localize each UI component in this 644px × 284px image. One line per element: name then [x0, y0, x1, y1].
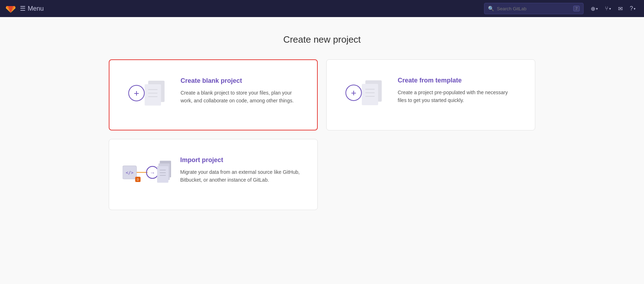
new-item-icon: ⊕ [591, 5, 595, 12]
new-item-button[interactable]: ⊕ ▾ [588, 3, 601, 14]
menu-label: Menu [28, 5, 44, 12]
import-project-title: Import project [180, 156, 300, 164]
import-project-card[interactable]: </> D → [109, 139, 318, 210]
merge-requests-button[interactable]: ⑂ ▾ [602, 3, 614, 14]
help-button[interactable]: ? ▾ [627, 3, 638, 14]
svg-text:</>: </> [126, 170, 134, 175]
search-shortcut: 7 [573, 6, 580, 11]
blank-project-card[interactable]: + Create blank project Create a blank pr… [109, 59, 318, 130]
template-project-icon: + [345, 77, 385, 109]
blank-project-icon: + [128, 77, 167, 109]
chevron-down-icon: ▾ [596, 7, 598, 11]
chevron-down-icon: ▾ [609, 7, 611, 11]
template-project-text: Create from template Create a project pr… [398, 77, 518, 105]
svg-rect-19 [157, 166, 168, 183]
svg-text:D: D [137, 178, 139, 181]
plus-circle-icon: + [128, 85, 145, 101]
blank-project-icon-area: + [127, 77, 169, 109]
menu-button[interactable]: ☰ Menu [20, 5, 44, 12]
blank-project-text: Create blank project Create a blank proj… [181, 77, 300, 105]
search-input[interactable] [497, 6, 570, 11]
navbar: ☰ Menu 🔍 7 ⊕ ▾ ⑂ ▾ ✉ ? ▾ [0, 0, 644, 17]
template-project-description: Create a project pre-populated with the … [398, 89, 518, 105]
template-folder-icon [359, 79, 385, 107]
help-icon: ? [630, 5, 633, 12]
svg-rect-6 [362, 84, 378, 105]
search-icon: 🔍 [488, 6, 494, 11]
navbar-icons: ⊕ ▾ ⑂ ▾ ✉ ? ▾ [588, 3, 638, 14]
cards-grid: + Create blank project Create a blank pr… [109, 59, 535, 210]
template-project-icon-area: + [344, 77, 386, 109]
main-content: Create new project [0, 17, 644, 227]
import-diagram-icon: </> D → [123, 156, 172, 188]
template-project-title: Create from template [398, 77, 518, 84]
import-project-text: Import project Migrate your data from an… [180, 156, 300, 184]
svg-text:→: → [150, 170, 155, 176]
blank-project-title: Create blank project [181, 77, 300, 85]
hamburger-icon: ☰ [20, 5, 26, 12]
blank-project-description: Create a blank project to store your fil… [181, 89, 300, 105]
gitlab-logo[interactable] [6, 4, 16, 14]
search-bar[interactable]: 🔍 7 [484, 3, 584, 14]
issues-icon: ✉ [618, 5, 623, 12]
folder-pages-icon [142, 79, 167, 107]
chevron-down-icon: ▾ [634, 7, 635, 11]
import-project-description: Migrate your data from an external sourc… [180, 168, 300, 184]
template-project-card[interactable]: + Create from template Create a project … [326, 59, 535, 130]
page-title: Create new project [283, 34, 361, 45]
svg-rect-1 [145, 84, 161, 106]
template-plus-circle-icon: + [345, 85, 362, 101]
import-project-icon: </> D → [123, 156, 172, 188]
import-project-icon-area: </> D → [126, 156, 169, 188]
issues-button[interactable]: ✉ [615, 3, 626, 14]
merge-requests-icon: ⑂ [605, 5, 608, 12]
